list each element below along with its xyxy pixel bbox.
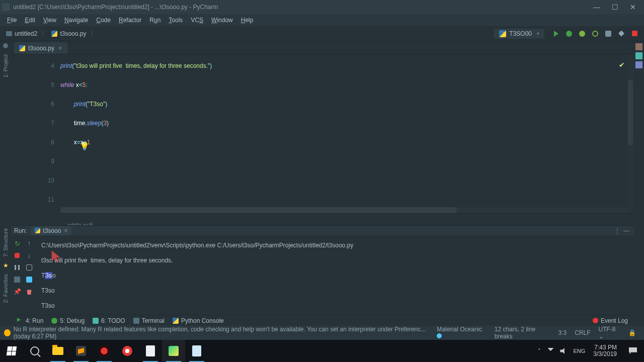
taskbar-notepad[interactable] [185,340,208,362]
menu-run[interactable]: Run [145,16,165,25]
line-gutter: 4 5 6 7 8 9 10 11 💡 [11,54,60,225]
window-title: untitled2 [C:\Users\t3so\PycharmProjects… [13,4,588,11]
taskbar-opera[interactable] [116,340,139,362]
down-button[interactable]: ↓ [25,251,33,259]
console-line: t3so will print five times, delay for th… [41,257,173,264]
taskbar-app1[interactable] [139,340,162,362]
dropdown-icon: ▾ [537,31,539,36]
line-number: 8 [11,133,54,152]
menu-window[interactable]: Window [207,16,237,25]
run-hide-icon[interactable]: — [622,226,631,235]
encoding[interactable]: UTF-8 ⌄ [599,326,620,340]
close-button[interactable]: ✕ [624,1,642,14]
favorites-tool-button[interactable]: 2: Favorites [3,271,9,306]
scrollbar-thumb[interactable] [60,207,457,213]
wifi-icon [547,348,554,354]
stop-process-button[interactable] [13,251,21,259]
run-more-icon[interactable]: ⋮ [613,226,622,235]
chevron-right-icon: 〉 [90,29,96,38]
taskbar-sublime[interactable] [69,340,93,362]
editor-vertical-scrollbar[interactable] [627,54,634,213]
tool-label: Python Console [181,317,224,324]
inspection-ok-icon[interactable]: ✔ [619,55,625,74]
maximize-button[interactable]: ☐ [606,1,624,14]
taskbar-explorer[interactable] [46,340,69,362]
tool-python-console[interactable]: Python Console [169,317,228,324]
tray-wifi[interactable] [544,348,557,354]
stop-icon [15,253,20,258]
python-icon [51,31,57,37]
menu-vcs[interactable]: VCS [187,16,207,25]
start-button[interactable] [0,340,23,362]
run-button[interactable] [550,28,561,39]
pause-output-button[interactable] [13,263,21,272]
profile-button[interactable] [590,28,601,39]
scrollbar-thumb[interactable] [628,79,633,146]
stop-button[interactable] [629,28,640,39]
tool-run[interactable]: 4: Run [13,317,47,324]
attach-button[interactable] [616,28,627,39]
action-center-button[interactable] [622,347,644,354]
tool-todo[interactable]: 6: TODO [89,317,129,324]
tool-event-log[interactable]: Event Log [589,317,632,324]
menu-tools[interactable]: Tools [165,16,187,25]
tool-label: Event Log [601,317,628,324]
close-tab-icon[interactable]: × [64,227,67,234]
status-message[interactable]: No R interpreter defined: Many R related… [14,326,433,340]
menu-bar: File Edit View Navigate Code Refactor Ru… [0,14,644,26]
right-tool-icon[interactable] [635,52,642,59]
menu-navigate[interactable]: Navigate [60,16,92,25]
pin-button[interactable]: 📌 [13,288,21,296]
rerun-button[interactable]: ↻ [13,239,21,247]
print-button[interactable] [25,276,33,284]
soft-wrap-button[interactable] [25,263,33,272]
menu-code[interactable]: Code [92,16,115,25]
menu-help[interactable]: Help [237,16,258,25]
taskbar-pycharm[interactable] [162,340,185,362]
menu-refactor[interactable]: Refactor [115,16,145,25]
right-tool-icon[interactable] [635,61,642,68]
tray-overflow-button[interactable]: ˄ [535,348,544,354]
up-button[interactable]: ↑ [25,239,33,247]
tray-clock[interactable]: 7:43 PM 3/3/2019 [588,344,622,357]
menu-edit[interactable]: Edit [21,16,39,25]
tool-debug[interactable]: 5: Debug [47,317,89,324]
console-output[interactable]: C:\Users\t3so\PycharmProjects\untitled2\… [35,235,634,315]
coverage-button[interactable] [577,28,588,39]
tray-volume[interactable] [557,348,570,354]
project-tool-button[interactable]: 1: Project [3,50,9,81]
editor-breadcrumb[interactable]: while x<5 [60,213,634,225]
layout-button[interactable] [13,276,21,284]
editor-tabs: t3sooo.py × [11,41,634,54]
tool-terminal[interactable]: Terminal [129,317,169,324]
debug-button[interactable] [564,28,575,39]
line-separator[interactable]: CRLF [575,329,590,336]
clear-button[interactable] [25,288,33,296]
run-tab[interactable]: t3sooo × [31,226,71,235]
concurrency-button[interactable] [603,28,614,39]
cursor-position[interactable]: 3:3 [558,329,567,336]
search-button[interactable] [23,340,46,362]
notepad-icon [192,345,201,356]
status-bar: No R interpreter defined: Many R related… [0,326,644,340]
tray-language[interactable]: ENG [570,348,588,354]
editor-tab[interactable]: t3sooo.py × [14,42,67,54]
code-editor[interactable]: 4 5 6 7 8 9 10 11 💡 print("t3so will pri… [11,54,634,225]
breadcrumb-project[interactable]: untitled2 [3,29,40,38]
readonly-lock-icon[interactable]: 🔒 [628,329,636,336]
breadcrumb-file[interactable]: t3sooo.py [48,29,89,38]
editor-horizontal-scrollbar[interactable] [60,207,627,213]
structure-tool-button[interactable]: 7: Structure [3,225,9,260]
run-config-selector[interactable]: T3SO00 ▾ [494,29,544,39]
run-label: Run: [14,227,27,234]
theme-indicator[interactable]: Material Oceanic [437,326,487,340]
warning-icon[interactable] [4,329,11,336]
close-tab-icon[interactable]: × [58,44,62,52]
right-tool-icon[interactable] [635,43,642,50]
menu-file[interactable]: File [3,16,21,25]
taskbar-recorder[interactable] [93,340,116,362]
menu-view[interactable]: View [39,16,60,25]
minimize-button[interactable]: — [588,1,606,14]
code-area[interactable]: print("t3so will print five times, delay… [60,54,634,225]
sublime-icon [76,346,86,356]
